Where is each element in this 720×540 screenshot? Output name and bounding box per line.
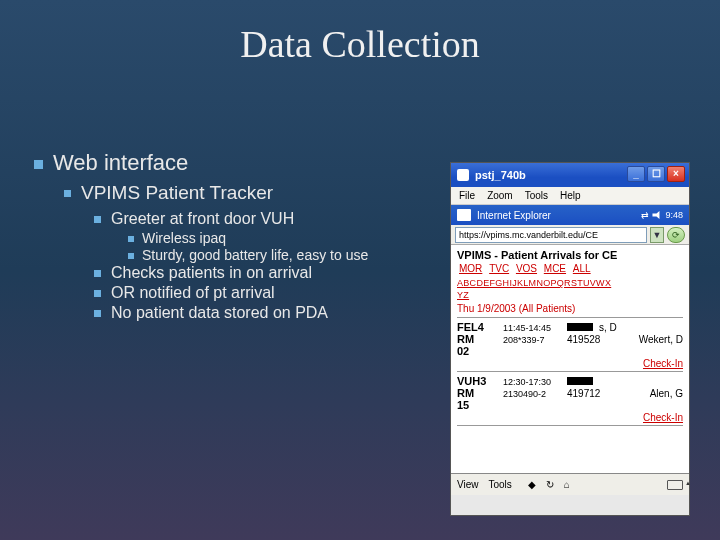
foot-refresh-icon[interactable]: ↻ xyxy=(546,479,554,490)
foot-home-icon[interactable]: ⌂ xyxy=(564,479,570,490)
bullet-lvl2: VPIMS Patient Tracker xyxy=(64,182,404,204)
dept-link-vos[interactable]: VOS xyxy=(516,263,537,274)
time-range: 12:30-17:30 xyxy=(503,377,561,387)
bullet-icon xyxy=(94,216,101,223)
keyboard-icon[interactable] xyxy=(667,480,683,490)
close-button[interactable]: × xyxy=(667,166,685,182)
date-filter[interactable]: Thu 1/9/2003 (All Patients) xyxy=(457,303,683,314)
bullet-list: Web interface VPIMS Patient Tracker Gree… xyxy=(34,150,404,324)
menu-bar: File Zoom Tools Help xyxy=(451,187,689,205)
window-titlebar[interactable]: pstj_740b _ ☐ × xyxy=(451,163,689,187)
bullet-icon xyxy=(34,160,43,169)
mrn: 2130490-2 xyxy=(503,389,561,399)
menu-zoom[interactable]: Zoom xyxy=(487,190,513,201)
pda-titlebar: Internet Explorer ⇄ 9:48 xyxy=(451,205,689,225)
dept-link-tvc[interactable]: TVC xyxy=(489,263,509,274)
surgeon: Wekert, D xyxy=(639,334,683,345)
room-label: RM xyxy=(457,387,497,399)
url-dropdown[interactable]: ▼ xyxy=(650,227,664,243)
page-heading: VPIMS - Patient Arrivals for CE xyxy=(457,249,683,261)
bullet-icon xyxy=(128,236,134,242)
page-body: VPIMS - Patient Arrivals for CE MOR TVC … xyxy=(451,245,689,473)
go-button[interactable]: ⟳ xyxy=(667,227,685,243)
patient-row-cut xyxy=(457,425,683,431)
menu-tools[interactable]: Tools xyxy=(525,190,548,201)
checkin-link[interactable]: Check-In xyxy=(457,412,683,423)
embedded-screenshot: pstj_740b _ ☐ × File Zoom Tools Help Int… xyxy=(450,162,690,516)
bullet-lvl4: Sturdy, good battery life, easy to use xyxy=(128,247,404,263)
window-title-text: pstj_740b xyxy=(475,169,526,181)
foot-tools[interactable]: Tools xyxy=(489,479,512,490)
room-number: 02 xyxy=(457,345,497,357)
bullet-lvl3: No patient data stored on PDA xyxy=(94,304,404,322)
menu-help[interactable]: Help xyxy=(560,190,581,201)
room-number: 15 xyxy=(457,399,497,411)
alpha-filter[interactable]: ABCDEFGHIJKLMNOPQRSTUVWX xyxy=(457,278,683,288)
bullet-icon xyxy=(94,290,101,297)
case-id: 419712 xyxy=(567,388,600,399)
bullet-lvl3: OR notified of pt arrival xyxy=(94,284,404,302)
minimize-button[interactable]: _ xyxy=(627,166,645,182)
foot-separator: ◆ xyxy=(528,479,536,490)
bullet-icon xyxy=(94,310,101,317)
maximize-button[interactable]: ☐ xyxy=(647,166,665,182)
patient-name: s, D xyxy=(599,322,617,333)
dept-link-all[interactable]: ALL xyxy=(573,263,591,274)
speaker-icon xyxy=(652,211,662,219)
foot-view[interactable]: View xyxy=(457,479,479,490)
alpha-filter-2[interactable]: YZ xyxy=(457,290,683,300)
time-range: 11:45-14:45 xyxy=(503,323,561,333)
case-id: 419528 xyxy=(567,334,600,345)
room-label: FEL4 xyxy=(457,321,497,333)
mrn: 208*339-7 xyxy=(503,335,561,345)
redacted-bar xyxy=(567,323,593,331)
bullet-icon xyxy=(128,253,134,259)
room-label: VUH3 xyxy=(457,375,497,387)
bullet-icon xyxy=(64,190,71,197)
dept-link-mce[interactable]: MCE xyxy=(544,263,566,274)
redacted-bar xyxy=(567,377,593,385)
bullet-lvl1: Web interface xyxy=(34,150,404,176)
patient-row: VUH3 12:30-17:30 RM 2130490-2 419712 Ale… xyxy=(457,371,683,425)
patient-row: FEL4 11:45-14:45 s, D RM 208*339-7 41952… xyxy=(457,317,683,371)
surgeon: Alen, G xyxy=(650,388,683,399)
dept-links: MOR TVC VOS MCE ALL xyxy=(457,263,683,274)
bullet-lvl3: Checks patients in on arrival xyxy=(94,264,404,282)
window-icon xyxy=(457,169,469,181)
slide-title: Data Collection xyxy=(0,22,720,66)
pda-app-name: Internet Explorer xyxy=(477,210,551,221)
address-bar: https://vpims.mc.vanderbilt.edu/CE ▼ ⟳ xyxy=(451,225,689,245)
bullet-lvl3: Greeter at front door VUH xyxy=(94,210,404,228)
pda-command-bar: View Tools ◆ ↻ ⌂ xyxy=(451,473,689,495)
bullet-lvl4: Wireless ipaq xyxy=(128,230,404,246)
bullet-icon xyxy=(94,270,101,277)
pda-clock[interactable]: ⇄ 9:48 xyxy=(641,210,683,220)
url-input[interactable]: https://vpims.mc.vanderbilt.edu/CE xyxy=(455,227,647,243)
connectivity-icon: ⇄ xyxy=(641,210,649,220)
checkin-link[interactable]: Check-In xyxy=(457,358,683,369)
windows-flag-icon[interactable] xyxy=(457,209,471,221)
menu-file[interactable]: File xyxy=(459,190,475,201)
room-label: RM xyxy=(457,333,497,345)
dept-link-mor[interactable]: MOR xyxy=(459,263,482,274)
